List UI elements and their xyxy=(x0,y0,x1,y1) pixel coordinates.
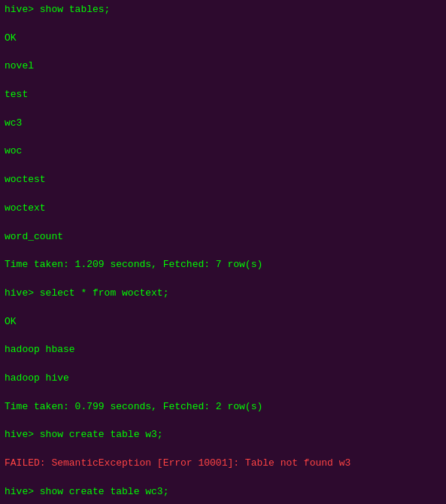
terminal-line: novel xyxy=(5,59,441,74)
terminal-line: woc xyxy=(5,144,441,159)
terminal-line: Time taken: 0.799 seconds, Fetched: 2 ro… xyxy=(5,400,441,414)
terminal-line: OK xyxy=(5,32,441,46)
terminal-line: hadoop hive xyxy=(5,372,441,386)
terminal-line: hive> show create table wc3; xyxy=(5,485,441,499)
terminal-line: hive> select * from woctext; xyxy=(5,287,441,301)
terminal-line: hadoop hbase xyxy=(5,343,441,357)
terminal-line: hive> show tables; xyxy=(5,3,441,17)
terminal-line: woctext xyxy=(5,202,441,216)
terminal-line: word_count xyxy=(5,230,441,244)
terminal-line: test xyxy=(5,88,441,102)
terminal-line: wc3 xyxy=(5,117,441,131)
terminal-line: woctest xyxy=(5,173,441,187)
terminal-line: FAILED: SemanticException [Error 10001]:… xyxy=(5,457,441,471)
terminal-line: hive> show create table w3; xyxy=(5,428,441,442)
terminal-line: OK xyxy=(5,315,441,329)
terminal-line: Time taken: 1.209 seconds, Fetched: 7 ro… xyxy=(5,258,441,272)
terminal: hive> show tables; OK novel test wc3 woc… xyxy=(0,0,446,504)
